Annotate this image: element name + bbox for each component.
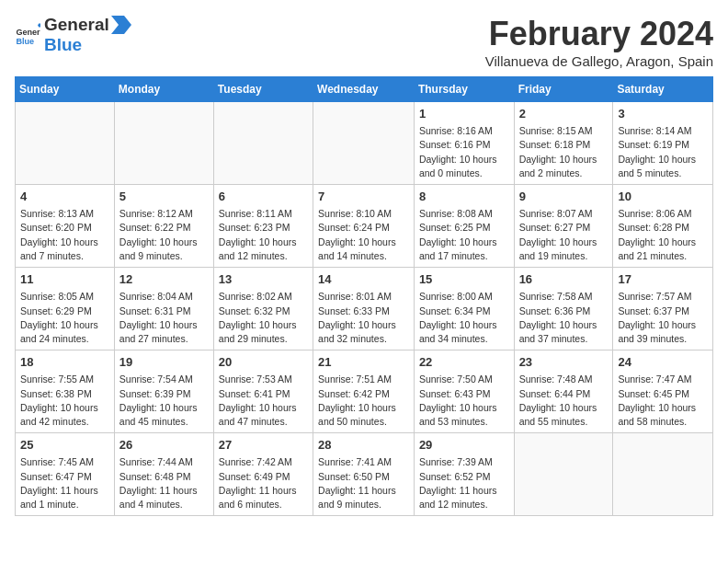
cell-info: Sunrise: 8:12 AM Sunset: 6:22 PM Dayligh… [119,207,209,263]
cell-info: Sunrise: 7:45 AM Sunset: 6:47 PM Dayligh… [20,455,109,511]
cell-info: Sunrise: 7:51 AM Sunset: 6:42 PM Dayligh… [318,373,409,429]
cell-info: Sunrise: 8:02 AM Sunset: 6:32 PM Dayligh… [219,290,308,346]
calendar-cell [16,102,115,185]
date-number: 20 [219,354,308,371]
date-number: 12 [119,271,209,288]
calendar-cell: 18Sunrise: 7:55 AM Sunset: 6:38 PM Dayli… [16,350,115,433]
calendar-cell: 5Sunrise: 8:12 AM Sunset: 6:22 PM Daylig… [114,185,213,268]
calendar-cell: 9Sunrise: 8:07 AM Sunset: 6:27 PM Daylig… [514,185,613,268]
date-number: 5 [119,189,209,205]
logo-general: General [44,15,109,35]
calendar-cell: 12Sunrise: 8:04 AM Sunset: 6:31 PM Dayli… [114,268,213,350]
calendar-cell: 26Sunrise: 7:44 AM Sunset: 6:48 PM Dayli… [114,433,213,516]
cell-info: Sunrise: 8:11 AM Sunset: 6:23 PM Dayligh… [219,207,308,263]
calendar-cell: 1Sunrise: 8:16 AM Sunset: 6:16 PM Daylig… [414,102,514,185]
date-number: 14 [318,271,409,288]
calendar-cell: 13Sunrise: 8:02 AM Sunset: 6:32 PM Dayli… [213,268,313,350]
svg-marker-2 [38,23,40,27]
date-number: 7 [318,189,409,205]
day-header-sunday: Sunday [16,77,115,102]
calendar-cell: 11Sunrise: 8:05 AM Sunset: 6:29 PM Dayli… [16,268,115,350]
date-number: 11 [20,271,109,288]
cell-info: Sunrise: 7:54 AM Sunset: 6:39 PM Dayligh… [119,373,209,429]
date-number: 6 [219,189,308,205]
cell-info: Sunrise: 8:00 AM Sunset: 6:34 PM Dayligh… [419,290,509,346]
cell-info: Sunrise: 8:01 AM Sunset: 6:33 PM Dayligh… [318,290,409,346]
date-number: 2 [519,106,609,122]
cell-info: Sunrise: 7:47 AM Sunset: 6:45 PM Dayligh… [618,373,708,429]
cell-info: Sunrise: 7:39 AM Sunset: 6:52 PM Dayligh… [419,455,509,511]
calendar-cell: 6Sunrise: 8:11 AM Sunset: 6:23 PM Daylig… [213,185,313,268]
calendar-cell: 21Sunrise: 7:51 AM Sunset: 6:42 PM Dayli… [313,350,415,433]
calendar-cell: 20Sunrise: 7:53 AM Sunset: 6:41 PM Dayli… [213,350,313,433]
cell-info: Sunrise: 8:10 AM Sunset: 6:24 PM Dayligh… [318,207,409,263]
cell-info: Sunrise: 7:50 AM Sunset: 6:43 PM Dayligh… [419,373,509,429]
cell-info: Sunrise: 7:58 AM Sunset: 6:36 PM Dayligh… [519,290,609,346]
logo-blue: Blue [44,35,82,54]
svg-marker-3 [111,16,131,34]
cell-info: Sunrise: 7:57 AM Sunset: 6:37 PM Dayligh… [618,290,708,346]
cell-info: Sunrise: 8:05 AM Sunset: 6:29 PM Dayligh… [20,290,109,346]
calendar-cell: 15Sunrise: 8:00 AM Sunset: 6:34 PM Dayli… [414,268,514,350]
cell-info: Sunrise: 7:53 AM Sunset: 6:41 PM Dayligh… [219,373,308,429]
date-number: 16 [519,271,609,288]
calendar-week-row: 18Sunrise: 7:55 AM Sunset: 6:38 PM Dayli… [16,350,713,433]
cell-info: Sunrise: 7:42 AM Sunset: 6:49 PM Dayligh… [219,455,308,511]
calendar-cell: 23Sunrise: 7:48 AM Sunset: 6:44 PM Dayli… [514,350,613,433]
calendar-cell: 25Sunrise: 7:45 AM Sunset: 6:47 PM Dayli… [16,433,115,516]
calendar-cell: 16Sunrise: 7:58 AM Sunset: 6:36 PM Dayli… [514,268,613,350]
date-number: 15 [419,271,509,288]
cell-info: Sunrise: 8:16 AM Sunset: 6:16 PM Dayligh… [419,124,509,180]
cell-info: Sunrise: 8:06 AM Sunset: 6:28 PM Dayligh… [618,207,708,263]
calendar-week-row: 4Sunrise: 8:13 AM Sunset: 6:20 PM Daylig… [16,185,713,268]
date-number: 4 [20,189,109,205]
calendar-cell: 3Sunrise: 8:14 AM Sunset: 6:19 PM Daylig… [613,102,713,185]
date-number: 28 [318,437,409,454]
day-header-wednesday: Wednesday [313,77,415,102]
day-header-monday: Monday [114,77,213,102]
date-number: 29 [419,437,509,454]
title-block: February 2024 Villanueva de Gallego, Ara… [485,15,713,69]
calendar-week-row: 11Sunrise: 8:05 AM Sunset: 6:29 PM Dayli… [16,268,713,350]
svg-text:General: General [16,28,40,37]
date-number: 21 [318,354,409,371]
location-subtitle: Villanueva de Gallego, Aragon, Spain [485,53,713,69]
date-number: 25 [20,437,109,454]
calendar-cell: 27Sunrise: 7:42 AM Sunset: 6:49 PM Dayli… [213,433,313,516]
cell-info: Sunrise: 7:55 AM Sunset: 6:38 PM Dayligh… [20,373,109,429]
calendar-week-row: 25Sunrise: 7:45 AM Sunset: 6:47 PM Dayli… [16,433,713,516]
date-number: 17 [618,271,708,288]
date-number: 23 [519,354,609,371]
calendar-cell [114,102,213,185]
logo-arrow-icon [111,16,131,34]
date-number: 26 [119,437,209,454]
calendar-cell [313,102,415,185]
calendar-cell: 29Sunrise: 7:39 AM Sunset: 6:52 PM Dayli… [414,433,514,516]
date-number: 9 [519,189,609,205]
calendar-cell: 24Sunrise: 7:47 AM Sunset: 6:45 PM Dayli… [613,350,713,433]
cell-info: Sunrise: 8:13 AM Sunset: 6:20 PM Dayligh… [20,207,109,263]
date-number: 22 [419,354,509,371]
date-number: 24 [618,354,708,371]
cell-info: Sunrise: 7:44 AM Sunset: 6:48 PM Dayligh… [119,455,209,511]
cell-info: Sunrise: 8:07 AM Sunset: 6:27 PM Dayligh… [519,207,609,263]
calendar-cell: 2Sunrise: 8:15 AM Sunset: 6:18 PM Daylig… [514,102,613,185]
svg-text:Blue: Blue [16,37,34,46]
date-number: 19 [119,354,209,371]
cell-info: Sunrise: 8:08 AM Sunset: 6:25 PM Dayligh… [419,207,509,263]
calendar-cell [514,433,613,516]
calendar-cell: 7Sunrise: 8:10 AM Sunset: 6:24 PM Daylig… [313,185,415,268]
calendar-cell: 19Sunrise: 7:54 AM Sunset: 6:39 PM Dayli… [114,350,213,433]
cell-info: Sunrise: 7:41 AM Sunset: 6:50 PM Dayligh… [318,455,409,511]
cell-info: Sunrise: 8:15 AM Sunset: 6:18 PM Dayligh… [519,124,609,180]
date-number: 3 [618,106,708,122]
logo: General Blue General Blue [15,15,133,55]
day-header-tuesday: Tuesday [213,77,313,102]
day-header-thursday: Thursday [414,77,514,102]
cell-info: Sunrise: 7:48 AM Sunset: 6:44 PM Dayligh… [519,373,609,429]
cell-info: Sunrise: 8:04 AM Sunset: 6:31 PM Dayligh… [119,290,209,346]
calendar-header-row: SundayMondayTuesdayWednesdayThursdayFrid… [16,77,713,102]
cell-info: Sunrise: 8:14 AM Sunset: 6:19 PM Dayligh… [618,124,708,180]
date-number: 1 [419,106,509,122]
date-number: 18 [20,354,109,371]
